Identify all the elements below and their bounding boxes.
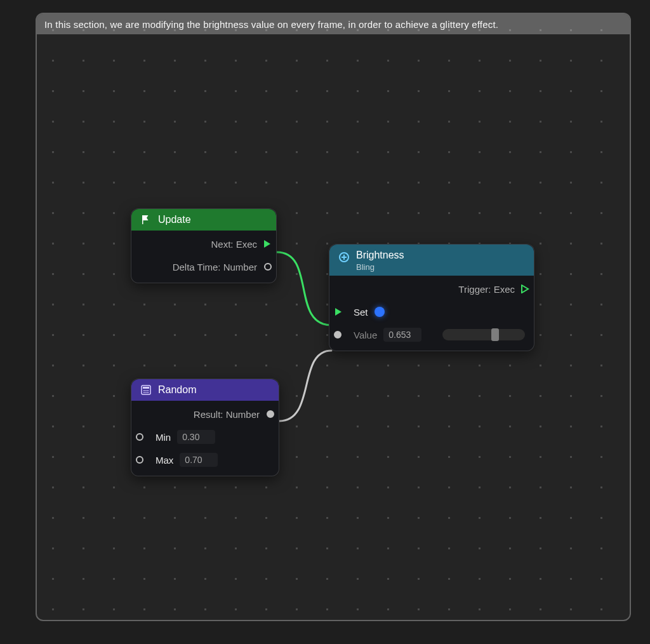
node-brightness[interactable]: Brightness Bling Trigger: Exec Set <box>329 244 534 351</box>
label-random-max: Max <box>156 455 173 466</box>
svg-point-6 <box>143 390 145 391</box>
node-brightness-subtitle: Bling <box>356 262 404 272</box>
svg-rect-5 <box>143 387 149 389</box>
node-update-title: Update <box>158 214 191 225</box>
brightness-set-toggle[interactable] <box>375 307 385 317</box>
node-update[interactable]: Update Next: Exec Delta Time: Number <box>131 208 277 283</box>
section-banner-text: In this section, we are modifying the br… <box>44 19 498 30</box>
node-brightness-title: Brightness <box>356 250 404 260</box>
node-brightness-titles: Brightness Bling <box>356 250 404 272</box>
label-random-result: Result: Number <box>194 409 260 420</box>
row-brightness-set: Set <box>338 304 525 320</box>
label-random-min: Min <box>156 432 171 443</box>
label-update-next: Next: Exec <box>211 239 257 250</box>
svg-marker-3 <box>335 308 342 316</box>
svg-point-8 <box>147 390 149 391</box>
flag-icon <box>140 214 152 225</box>
row-brightness-value: Value 0.653 <box>338 326 525 343</box>
port-random-min-in[interactable] <box>136 433 143 441</box>
svg-marker-2 <box>522 285 528 293</box>
port-random-result-out[interactable] <box>267 410 274 418</box>
svg-point-7 <box>145 390 147 391</box>
brightness-value[interactable]: 0.653 <box>383 328 421 342</box>
port-update-next-exec-out[interactable] <box>263 239 272 248</box>
row-update-next: Next: Exec <box>140 236 267 252</box>
brightness-slider[interactable] <box>442 329 525 340</box>
brightness-slider-thumb[interactable] <box>491 328 499 341</box>
section-banner: In this section, we are modifying the br… <box>37 14 630 34</box>
label-brightness-value: Value <box>354 330 377 340</box>
node-brightness-header[interactable]: Brightness Bling <box>329 245 534 276</box>
port-brightness-trigger-exec-out[interactable] <box>521 285 529 293</box>
row-random-min: Min 0.30 <box>140 429 270 445</box>
label-brightness-set: Set <box>354 307 368 318</box>
svg-point-10 <box>145 392 147 393</box>
row-random-result: Result: Number <box>140 406 270 422</box>
port-brightness-value-in[interactable] <box>334 331 342 339</box>
random-min-value[interactable]: 0.30 <box>177 430 215 444</box>
graph-frame[interactable]: In this section, we are modifying the br… <box>36 13 631 621</box>
svg-point-11 <box>147 392 149 393</box>
label-update-delta: Delta Time: Number <box>173 262 257 272</box>
plus-circle-icon <box>338 252 350 263</box>
node-random-title: Random <box>158 384 196 396</box>
node-update-body: Next: Exec Delta Time: Number <box>131 231 276 283</box>
node-update-header[interactable]: Update <box>131 209 276 231</box>
row-random-max: Max 0.70 <box>140 452 270 468</box>
node-random[interactable]: Random Result: Number Min 0.30 Max 0.70 <box>131 379 279 476</box>
svg-point-9 <box>143 392 145 393</box>
svg-marker-0 <box>264 240 270 248</box>
port-random-max-in[interactable] <box>136 456 143 464</box>
calculator-icon <box>140 384 152 396</box>
node-brightness-body: Trigger: Exec Set Value 0.653 <box>329 276 534 351</box>
node-random-header[interactable]: Random <box>131 379 279 401</box>
random-max-value[interactable]: 0.70 <box>180 453 218 467</box>
row-brightness-trigger: Trigger: Exec <box>338 281 525 297</box>
label-brightness-trigger: Trigger: Exec <box>458 284 515 295</box>
port-brightness-set-exec-in[interactable] <box>334 307 343 316</box>
row-update-delta: Delta Time: Number <box>140 258 267 275</box>
port-update-delta-out[interactable] <box>264 263 272 271</box>
node-random-body: Result: Number Min 0.30 Max 0.70 <box>131 401 279 476</box>
